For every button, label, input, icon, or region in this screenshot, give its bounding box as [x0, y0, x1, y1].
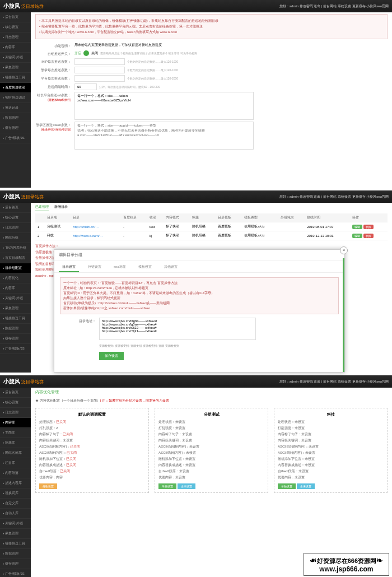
sidebar-item[interactable]: 采集管理 [0, 529, 31, 539]
sidebar-item[interactable]: 内容库 [0, 418, 31, 428]
sidebar-item[interactable]: 缓存管理 [0, 334, 31, 344]
config-button[interactable]: 单独设置 [278, 483, 296, 489]
sidebar-item[interactable]: 缓存管理 [0, 559, 31, 569]
screenshot-2: 小旋风 泛目录站群 您好：admin 修改密码 退出 | 前台网站 系统设置 更… [0, 190, 392, 373]
sidebar-item[interactable]: 日志管理 [0, 32, 31, 43]
sidebar-item[interactable]: 标题库 [0, 438, 31, 448]
sidebar-item[interactable]: 日志管理 [0, 408, 31, 418]
sidebar-item[interactable]: 核心设置 [0, 22, 31, 32]
sidebar-item[interactable]: 广告/模板/JS [0, 569, 31, 577]
logo: 小旋风 [3, 193, 20, 201]
sidebar-item[interactable]: 缓存管理 [0, 123, 31, 133]
config-line: 打乱强度：未设置 [158, 426, 264, 431]
logo-sub: 泛目录站群 [21, 3, 44, 10]
sidebar-item[interactable]: 后台首页 [0, 12, 31, 22]
config-button[interactable]: 修改设置 [39, 483, 57, 489]
sidebar-item[interactable]: 后台首页 [0, 388, 31, 398]
radio-dot-on[interactable] [83, 50, 89, 56]
sidebar-item[interactable]: 广告/模板/JS [0, 344, 31, 354]
config-button[interactable]: 单独设置 [158, 483, 176, 489]
sidebar-item[interactable]: 采集管理 [0, 304, 31, 314]
sidebar-item[interactable]: 关键词/外链 [0, 53, 31, 63]
th: 外链域名 [278, 213, 305, 222]
close-icon[interactable]: × [340, 246, 348, 254]
tab[interactable]: 新增目录 [54, 204, 68, 211]
modal-tab[interactable]: 外链设置 [85, 263, 105, 272]
sidebar-item[interactable]: 后台首页 [0, 203, 31, 213]
config-line: 处理状态：已关闭 [39, 420, 145, 425]
th: 模板类型 [242, 213, 278, 222]
config-line: 优要内容：未设置 [158, 475, 264, 480]
config-button[interactable]: 全未设置 [178, 483, 195, 489]
edit-button[interactable]: 编辑 [352, 225, 362, 229]
config-line: 随机添加下位置：未设置 [158, 457, 264, 462]
sidebar-item[interactable]: 数据管理 [0, 324, 31, 334]
sidebar-item[interactable]: 内容段落 [0, 468, 31, 478]
config-line: 内容括关键词：未设置 [39, 438, 145, 443]
sidebar-item[interactable]: 数据管理 [0, 549, 31, 559]
save-button[interactable]: 保存设置 [99, 352, 124, 360]
main-panel: • 本工具只推送本站的目录页以及目录站的镜像，镜像模板(打开镜像功能)，常规站点… [31, 0, 392, 188]
sidebar-item[interactable]: 百度快速收录 [0, 83, 31, 93]
sidebar-item[interactable]: 实时推送调试 [0, 93, 31, 103]
topbar-right[interactable]: 您好：admin 修改密码 退出 | 前台网站 系统设置 更新缓存 小旋风seo… [279, 194, 389, 199]
sidebar-item[interactable]: 目录组配置 [0, 263, 31, 273]
radio-on[interactable]: 开启 [74, 51, 81, 56]
sidebar-item[interactable]: 网站分组 [0, 233, 31, 243]
sidebar-item[interactable]: 内容优化 [0, 273, 31, 283]
sidebar-item[interactable]: 主面库 [0, 428, 31, 438]
th: 标题 [190, 213, 216, 222]
modal-warning: 一个一个，站独代表页："百度验验——百度标识目ID"，再点击 百度操作方法原来标… [60, 277, 339, 314]
tab-active[interactable]: 已建管理 [35, 204, 49, 211]
sidebar-item[interactable]: 链接推送工具 [0, 539, 31, 549]
sidebar-item[interactable]: 内容库 [0, 43, 31, 53]
sidebar-item[interactable]: 网站名称库 [0, 448, 31, 458]
sidebar-item[interactable]: 关键词/外链 [0, 519, 31, 529]
config-button[interactable]: 全未设置 [297, 483, 315, 489]
label: MIP每次推送条数： [35, 58, 74, 64]
site-token-textarea[interactable]: 每一行一个，格式：site——token xxfseo.com——K8msbaG… [74, 92, 254, 120]
sidebar-item[interactable]: 自动入库 [0, 509, 31, 519]
sidebar: 后台首页核心设置日志管理内容库主面库标题库网站名称库栏目库内容段落描述内容库替换… [0, 375, 31, 577]
sidebar-item[interactable]: 自定义库 [0, 499, 31, 509]
sidebar-item[interactable]: 内容库 [0, 283, 31, 294]
sidebar-item[interactable]: 广告/模板/JS [0, 133, 31, 143]
sidebar-item[interactable]: 栏目库 [0, 458, 31, 468]
modal-body: 一个一个，站独代表页："百度验验——百度标识目ID"，再点击 百度操作方法原来标… [54, 273, 344, 362]
topbar-right[interactable]: 您好：admin 修改密码 退出 | 前台网站 系统设置 更新缓存 小旋风seo… [279, 379, 389, 384]
mip-input[interactable] [74, 58, 125, 65]
modal-tab[interactable]: seo标签 [110, 263, 129, 272]
config-line: 内容标了句子：未设置 [158, 432, 264, 437]
platform-input[interactable] [74, 75, 125, 82]
sidebar-item[interactable]: 日志管理 [0, 223, 31, 233]
bear-input[interactable] [74, 67, 125, 73]
sidebar-item[interactable]: 关键词/外链 [0, 294, 31, 304]
modal-header: 编辑目录分组 × [54, 250, 344, 260]
interval-input[interactable] [74, 83, 97, 90]
urls-textarea[interactable]: http://www.xjlxs.cn/bfghb——xxfseo# http:… [99, 318, 256, 340]
sidebar-item[interactable]: 链接推送工具 [0, 73, 31, 83]
topbar-right[interactable]: 您好：admin 修改密码 退出 | 前台网站 系统设置 更新缓存 小旋风seo… [279, 4, 389, 9]
modal-tab[interactable]: 目录设置 [59, 263, 79, 272]
sidebar-item[interactable]: 数据管理 [0, 113, 31, 123]
sidebar-item[interactable]: 链接推送工具 [0, 314, 31, 324]
sidebar-item[interactable]: 推送记录 [0, 103, 31, 113]
config-box: 分组测试处理状态：未设置打乱强度：未设置内容标了句子：未设置内容括关键词：未设置… [155, 408, 268, 493]
sidebar-item[interactable]: 替换词库 [0, 488, 31, 499]
sidebar-item[interactable]: 核心设置 [0, 213, 31, 223]
delete-button[interactable]: 删除 [363, 225, 374, 229]
modal-tab[interactable]: 其他设置 [161, 263, 181, 272]
sidebar-item[interactable]: 采集管理 [0, 63, 31, 73]
sidebar-item[interactable]: 首页目录配置 [0, 253, 31, 263]
label: 熊掌区推送token参数：(推送站针对移动可识别) [35, 122, 74, 131]
bear-token-textarea[interactable] [74, 122, 254, 150]
edit-button[interactable]: 编辑 [352, 234, 362, 238]
sidebar-item[interactable]: 描述内容库 [0, 478, 31, 488]
sidebar-item[interactable]: 核心设置 [0, 398, 31, 408]
modal-tab[interactable]: 模板设置 [135, 263, 155, 272]
scrollbar[interactable] [343, 258, 344, 372]
sidebar-item[interactable]: TK内容库分组 [0, 243, 31, 253]
label: 推送间隔时间： [35, 83, 74, 90]
radio-off[interactable]: 关闭 [91, 51, 98, 56]
delete-button[interactable]: 删除 [363, 234, 374, 238]
